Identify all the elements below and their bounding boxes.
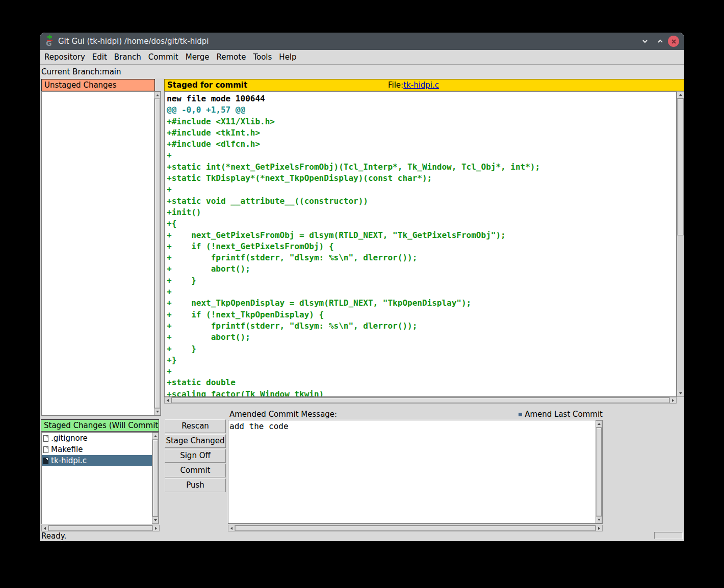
file-name: tk-hidpi.c xyxy=(51,456,87,465)
diff-line: + next_TkpOpenDisplay = dlsym(RTLD_NEXT,… xyxy=(167,298,676,309)
diff-line: +{ xyxy=(167,218,676,229)
scrollbar-thumb[interactable] xyxy=(152,440,158,517)
staged-changes-header: Staged Changes (Will Commit) xyxy=(41,419,159,432)
maximize-button[interactable] xyxy=(654,33,667,50)
scroll-down-arrow[interactable] xyxy=(152,517,158,523)
scroll-right-arrow[interactable] xyxy=(596,525,602,531)
status-bar: Ready. xyxy=(40,531,684,541)
menu-merge[interactable]: Merge xyxy=(182,52,213,62)
scroll-right-arrow[interactable] xyxy=(669,397,676,403)
diff-header: Staged for commit File:tk-hidpi.c xyxy=(164,79,684,91)
diff-file-group: File:tk-hidpi.c xyxy=(388,79,439,91)
scroll-up-arrow[interactable] xyxy=(596,421,602,427)
diff-line: + fprintf(stderr, "dlsym: %s\n", dlerror… xyxy=(167,320,676,332)
minimize-button[interactable] xyxy=(638,33,652,50)
scroll-down-arrow[interactable] xyxy=(677,390,684,396)
scrollbar-thumb[interactable] xyxy=(596,427,602,516)
amend-last-commit-option[interactable]: Amend Last Commit xyxy=(519,409,603,419)
git-gui-window: G Git Gui (tk-hidpi) /home/dos/git/tk-hi… xyxy=(40,33,684,541)
diff-line: + xyxy=(167,150,676,161)
diff-line: + if (!next_TkpOpenDisplay) { xyxy=(167,309,676,320)
file-row[interactable]: .gitignore xyxy=(42,433,159,444)
current-branch-bar: Current Branch:main xyxy=(40,65,684,78)
document-icon xyxy=(43,458,48,464)
staged-list-scrollbar[interactable] xyxy=(152,433,159,524)
scroll-down-arrow[interactable] xyxy=(154,408,160,415)
chevron-down-icon xyxy=(641,38,649,45)
document-icon xyxy=(43,446,48,453)
scrollbar-track[interactable] xyxy=(677,235,684,390)
scrollbar-thumb[interactable] xyxy=(154,99,160,408)
scrollbar-thumb[interactable] xyxy=(235,525,596,531)
close-button[interactable] xyxy=(666,33,681,50)
push-button[interactable]: Push xyxy=(165,478,226,492)
scroll-left-arrow[interactable] xyxy=(228,525,235,531)
status-text: Ready. xyxy=(41,531,66,541)
commit-message-horizontal-scrollbar[interactable] xyxy=(228,525,603,531)
scroll-up-arrow[interactable] xyxy=(152,433,158,440)
diff-file-link[interactable]: tk-hidpi.c xyxy=(403,81,439,90)
diff-text[interactable]: new file mode 100644 @@ -0,0 +1,57 @@ +#… xyxy=(164,91,677,397)
diff-line: @@ -0,0 +1,57 @@ xyxy=(167,104,676,116)
amend-last-commit-label: Amend Last Commit xyxy=(525,410,603,419)
sign-off-button[interactable]: Sign Off xyxy=(165,449,226,463)
scrollbar-thumb[interactable] xyxy=(171,397,669,403)
staged-changes-list[interactable]: .gitignore Makefile tk-hidpi.c xyxy=(41,432,159,524)
scrollbar-thumb[interactable] xyxy=(677,98,684,235)
commit-message-input[interactable]: add the code xyxy=(229,421,595,522)
menu-bar: Repository Edit Branch Commit Merge Remo… xyxy=(40,50,684,65)
rescan-button[interactable]: Rescan xyxy=(165,419,226,433)
diff-line: +scaling_factor(Tk_Window tkwin) xyxy=(167,389,676,397)
diff-line: +#include <tkInt.h> xyxy=(167,127,676,139)
scroll-left-arrow[interactable] xyxy=(165,397,171,403)
diff-line: + next_GetPixelsFromObj = dlsym(RTLD_NEX… xyxy=(167,230,676,241)
diff-line: +init() xyxy=(167,207,676,218)
file-name: .gitignore xyxy=(51,434,88,443)
diff-line: +static TkDisplay*(*next_TkpOpenDisplay)… xyxy=(167,173,676,184)
close-icon xyxy=(668,36,679,47)
unstaged-changes-list[interactable] xyxy=(41,91,161,416)
chevron-up-icon xyxy=(657,38,664,45)
diff-header-title: Staged for commit xyxy=(167,81,247,90)
diff-line: new file mode 100644 xyxy=(167,93,676,104)
menu-commit[interactable]: Commit xyxy=(145,52,182,62)
menu-tools[interactable]: Tools xyxy=(249,52,275,62)
scroll-down-arrow[interactable] xyxy=(596,516,602,523)
git-gui-icon: G xyxy=(45,35,55,48)
file-row[interactable]: tk-hidpi.c xyxy=(42,455,159,466)
stage-changed-button[interactable]: Stage Changed xyxy=(165,434,226,448)
diff-line: + abort(); xyxy=(167,263,676,275)
commit-message-vertical-scrollbar[interactable] xyxy=(596,420,602,523)
staged-list-horizontal-scrollbar[interactable] xyxy=(41,525,160,531)
diff-line: + if (!next_GetPixelsFromObj) { xyxy=(167,241,676,252)
diff-line: + } xyxy=(167,275,676,286)
diff-horizontal-scrollbar[interactable] xyxy=(164,397,677,404)
menu-edit[interactable]: Edit xyxy=(89,52,111,62)
scroll-right-arrow[interactable] xyxy=(152,525,159,531)
commit-button[interactable]: Commit xyxy=(165,464,226,477)
amended-commit-message-label: Amended Commit Message: xyxy=(229,409,337,419)
diff-file-label: File: xyxy=(388,81,403,90)
scroll-up-arrow[interactable] xyxy=(677,92,684,98)
diff-view: new file mode 100644 @@ -0,0 +1,57 @@ +#… xyxy=(164,91,684,404)
diff-vertical-scrollbar[interactable] xyxy=(677,91,684,397)
unstaged-changes-header: Unstaged Changes xyxy=(41,79,155,91)
current-branch-label: Current Branch:main xyxy=(41,67,121,76)
diff-line: + xyxy=(167,184,676,195)
scroll-left-arrow[interactable] xyxy=(42,525,48,531)
diff-line: + } xyxy=(167,343,676,355)
document-icon xyxy=(43,435,48,442)
file-name: Makefile xyxy=(51,445,83,454)
menu-remote[interactable]: Remote xyxy=(213,52,250,62)
diff-line: +static int(*next_GetPixelsFromObj)(Tcl_… xyxy=(167,162,676,173)
scrollbar-thumb[interactable] xyxy=(48,525,152,531)
menu-help[interactable]: Help xyxy=(275,52,300,62)
file-row[interactable]: Makefile xyxy=(42,444,159,455)
unstaged-list-scrollbar[interactable] xyxy=(154,92,161,415)
diff-line: + abort(); xyxy=(167,332,676,343)
menu-branch[interactable]: Branch xyxy=(111,52,145,62)
diff-line: + fprintf(stderr, "dlsym: %s\n", dlerror… xyxy=(167,252,676,263)
scroll-up-arrow[interactable] xyxy=(154,92,160,99)
menu-repository[interactable]: Repository xyxy=(41,52,89,62)
diff-line: +static double xyxy=(167,377,676,388)
